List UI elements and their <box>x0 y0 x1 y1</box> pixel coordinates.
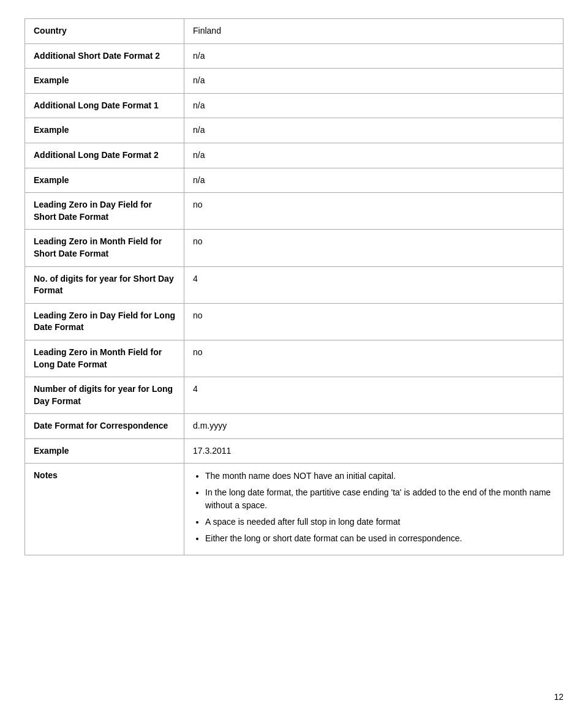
row-value: no <box>184 303 564 340</box>
row-value: n/a <box>184 43 564 69</box>
row-label: Additional Long Date Format 2 <box>25 143 184 168</box>
row-value: d.m.yyyy <box>184 414 564 439</box>
row-label: Date Format for Correspondence <box>25 414 184 439</box>
row-value: no <box>184 340 564 377</box>
row-label: Example <box>25 118 184 143</box>
table-row: Additional Long Date Format 2n/a <box>25 143 564 168</box>
row-value: Finland <box>184 19 564 44</box>
row-label: Example <box>25 69 184 94</box>
row-label: Leading Zero in Month Field for Short Da… <box>25 230 184 266</box>
page-container: CountryFinlandAdditional Short Date Form… <box>0 0 588 580</box>
row-label: Leading Zero in Day Field for Short Date… <box>25 193 184 230</box>
row-label: Additional Long Date Format 1 <box>25 93 184 118</box>
row-value: n/a <box>184 143 564 168</box>
row-label: No. of digits for year for Short Day For… <box>25 266 184 303</box>
table-row: Examplen/a <box>25 168 564 193</box>
table-row: Additional Short Date Format 2n/a <box>25 43 564 69</box>
row-value: n/a <box>184 118 564 143</box>
row-label: Number of digits for year for Long Day F… <box>25 377 184 414</box>
row-label: Example <box>25 168 184 193</box>
table-row: Additional Long Date Format 1n/a <box>25 93 564 118</box>
row-value: no <box>184 230 564 266</box>
notes-list-item: The month name does NOT have an initial … <box>205 470 554 483</box>
row-value: 4 <box>184 266 564 303</box>
row-label: Leading Zero in Day Field for Long Date … <box>25 303 184 340</box>
notes-list: The month name does NOT have an initial … <box>193 470 554 545</box>
row-value: no <box>184 193 564 230</box>
table-row: Examplen/a <box>25 118 564 143</box>
table-row: Date Format for Correspondenced.m.yyyy <box>25 414 564 439</box>
row-label: Leading Zero in Month Field for Long Dat… <box>25 340 184 377</box>
row-label: Country <box>25 19 184 44</box>
notes-list-item: Either the long or short date format can… <box>205 532 554 545</box>
notes-content: The month name does NOT have an initial … <box>184 464 564 555</box>
notes-list-item: In the long date format, the partitive c… <box>205 486 554 512</box>
notes-list-item: A space is needed after full stop in lon… <box>205 516 554 528</box>
table-row: No. of digits for year for Short Day For… <box>25 266 564 303</box>
row-value: 17.3.2011 <box>184 438 564 464</box>
table-row: Leading Zero in Month Field for Short Da… <box>25 230 564 266</box>
table-row: Leading Zero in Month Field for Long Dat… <box>25 340 564 377</box>
row-value: n/a <box>184 93 564 118</box>
table-row: Example17.3.2011 <box>25 438 564 464</box>
row-label: Additional Short Date Format 2 <box>25 43 184 69</box>
table-row: Leading Zero in Day Field for Short Date… <box>25 193 564 230</box>
table-row: Leading Zero in Day Field for Long Date … <box>25 303 564 340</box>
row-label: Example <box>25 438 184 464</box>
table-row: CountryFinland <box>25 19 564 44</box>
row-value: 4 <box>184 377 564 414</box>
row-value: n/a <box>184 69 564 94</box>
data-table: CountryFinlandAdditional Short Date Form… <box>24 18 564 555</box>
table-row: Number of digits for year for Long Day F… <box>25 377 564 414</box>
page-number: 12 <box>554 692 564 702</box>
row-value: n/a <box>184 168 564 193</box>
notes-row: NotesThe month name does NOT have an ini… <box>25 464 564 555</box>
table-row: Examplen/a <box>25 69 564 94</box>
notes-label: Notes <box>25 464 184 555</box>
